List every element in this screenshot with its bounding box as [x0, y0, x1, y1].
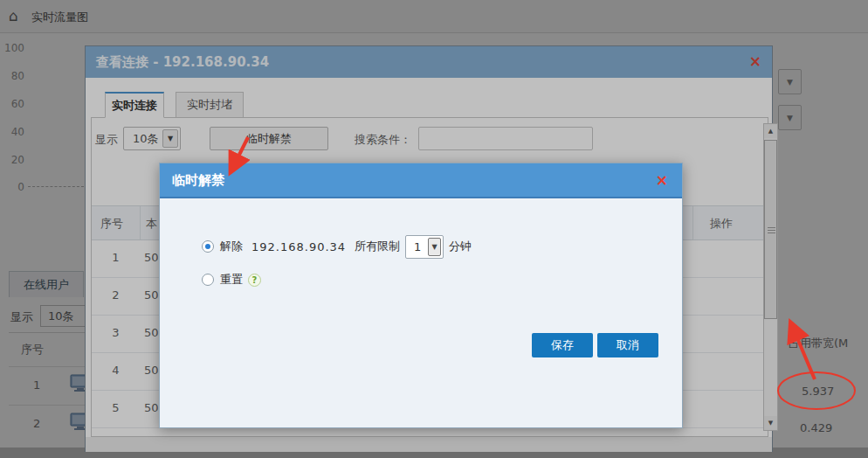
chevron-down-icon[interactable]: ▼: [428, 238, 441, 256]
cancel-button[interactable]: 取消: [597, 333, 658, 357]
inner-modal-titlebar: 临时解禁 ×: [160, 163, 682, 198]
unban-suffix: 所有限制: [355, 239, 400, 254]
save-button[interactable]: 保存: [532, 333, 593, 357]
option-unban-row: 解除 192.168.90.34 所有限制 1 ▼ 分钟: [202, 235, 472, 258]
close-icon[interactable]: ×: [656, 171, 668, 189]
option-reset-row: 重置 ?: [202, 268, 261, 291]
reset-label: 重置: [220, 272, 243, 288]
temp-unban-dialog: 临时解禁 × 解除 192.168.90.34 所有限制 1 ▼ 分钟 重置 ?…: [159, 163, 683, 428]
minutes-unit: 分钟: [449, 239, 472, 254]
help-icon[interactable]: ?: [248, 274, 261, 287]
radio-unban[interactable]: [202, 240, 214, 253]
minutes-select[interactable]: 1 ▼: [405, 235, 444, 259]
target-ip: 192.168.90.34: [251, 240, 346, 253]
radio-reset[interactable]: [202, 274, 214, 286]
inner-modal-title: 临时解禁: [172, 172, 224, 189]
unban-label: 解除: [220, 239, 243, 254]
